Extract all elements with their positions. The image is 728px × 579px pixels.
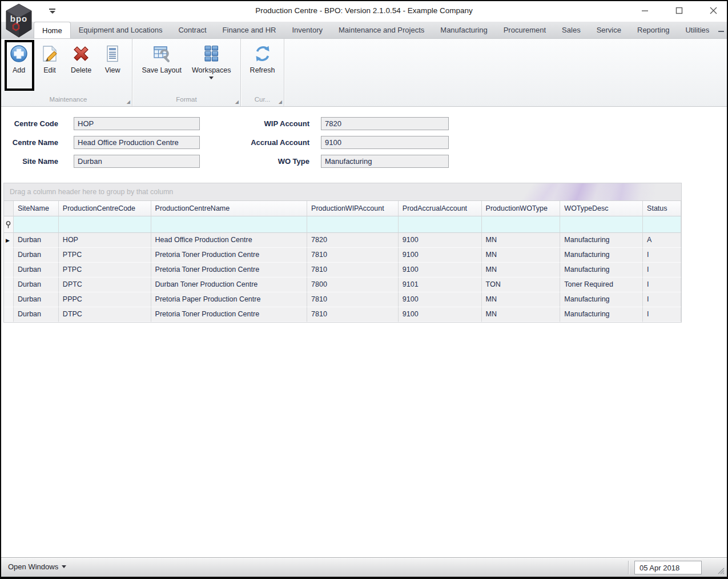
tab-reporting[interactable]: Reporting: [629, 22, 677, 38]
grid-cell-productioncentrename[interactable]: Durban Toner Production Centre: [151, 278, 308, 292]
edit-button[interactable]: Edit: [37, 43, 63, 75]
grid-cell-status[interactable]: I: [643, 263, 681, 278]
filter-cell-sitename[interactable]: [14, 216, 59, 233]
grid-cell-productioncentrename[interactable]: Head Office Production Centre: [151, 233, 308, 248]
grid-cell-productioncentrecode[interactable]: PTPC: [59, 263, 151, 278]
date-field[interactable]: [635, 561, 728, 574]
table-row[interactable]: DurbanPPPCPretoria Paper Production Cent…: [4, 292, 681, 307]
dialog-launcher-icon[interactable]: ◢: [235, 100, 239, 104]
grid-cell-prodaccrualaccount[interactable]: 9100: [399, 307, 482, 322]
grid-cell-productionwipaccount[interactable]: 7810: [307, 307, 399, 322]
filter-cell-productionwipaccount[interactable]: [307, 216, 399, 233]
tab-procurement[interactable]: Procurement: [496, 22, 554, 38]
grid-cell-productioncentrecode[interactable]: DPTC: [59, 278, 151, 292]
grid-cell-sitename[interactable]: Durban: [14, 307, 59, 322]
centre-code-field[interactable]: [74, 117, 200, 130]
grid-cell-prodaccrualaccount[interactable]: 9101: [399, 278, 482, 292]
grid-cell-prodaccrualaccount[interactable]: 9100: [399, 263, 482, 278]
grid-cell-sitename[interactable]: Durban: [14, 248, 59, 263]
grid-cell-wotypedesc[interactable]: Manufacturing: [560, 248, 643, 263]
table-row[interactable]: DurbanDPTCDurban Toner Production Centre…: [4, 278, 681, 292]
tab-equipment-and-locations[interactable]: Equipment and Locations: [71, 22, 171, 38]
minimize-button[interactable]: [640, 6, 649, 15]
column-header-wotypedesc[interactable]: WOTypeDesc: [560, 201, 643, 216]
refresh-button[interactable]: Refresh: [247, 43, 279, 75]
column-header-productioncentrename[interactable]: ProductionCentreName: [151, 201, 308, 216]
grid-cell-productionwipaccount[interactable]: 7810: [307, 292, 399, 307]
grid-cell-productioncentrecode[interactable]: HOP: [59, 233, 151, 248]
grid-cell-productioncentrename[interactable]: Pretoria Toner Production Centre: [151, 307, 308, 322]
column-header-productionwipaccount[interactable]: ProductionWIPAccount: [307, 201, 399, 216]
grid-cell-sitename[interactable]: Durban: [14, 278, 59, 292]
grid-cell-prodaccrualaccount[interactable]: 9100: [399, 233, 482, 248]
grid-cell-productionwipaccount[interactable]: 7810: [307, 263, 399, 278]
grid-cell-productioncentrename[interactable]: Pretoria Toner Production Centre: [151, 263, 308, 278]
grid-cell-sitename[interactable]: Durban: [14, 263, 59, 278]
grid-cell-productioncentrecode[interactable]: PTPC: [59, 248, 151, 263]
dialog-launcher-icon[interactable]: ◢: [279, 100, 282, 104]
grid-cell-productionwipaccount[interactable]: 7820: [307, 233, 399, 248]
tab-service[interactable]: Service: [589, 22, 629, 38]
grid-cell-productionwipaccount[interactable]: 7800: [307, 278, 399, 292]
filter-cell-productionwotype[interactable]: [482, 216, 561, 233]
table-row[interactable]: DurbanPTPCPretoria Toner Production Cent…: [4, 263, 681, 278]
close-button[interactable]: [709, 6, 718, 15]
add-button[interactable]: Add: [6, 43, 32, 75]
tab-inventory[interactable]: Inventory: [284, 22, 331, 38]
column-header-sitename[interactable]: SiteName: [14, 201, 59, 216]
grid-cell-productionwotype[interactable]: TON: [482, 278, 561, 292]
tab-contract[interactable]: Contract: [170, 22, 214, 38]
grid-cell-status[interactable]: I: [643, 307, 681, 322]
grid-cell-productioncentrecode[interactable]: DTPC: [59, 307, 151, 322]
group-by-panel[interactable]: Drag a column header here to group by th…: [3, 183, 682, 201]
grid-cell-wotypedesc[interactable]: Manufacturing: [560, 292, 643, 307]
wip-account-field[interactable]: [321, 117, 449, 130]
column-header-status[interactable]: Status: [643, 201, 681, 216]
grid-cell-productionwotype[interactable]: MN: [482, 233, 561, 248]
column-header-productionwotype[interactable]: ProductionWOType: [482, 201, 561, 216]
grid-cell-wotypedesc[interactable]: Toner Required: [560, 278, 643, 292]
filter-cell-prodaccrualaccount[interactable]: [399, 216, 482, 233]
wo-type-field[interactable]: [321, 155, 449, 168]
maximize-button[interactable]: [674, 6, 683, 15]
grid-cell-prodaccrualaccount[interactable]: 9100: [399, 248, 482, 263]
resize-grip-icon[interactable]: [717, 566, 725, 574]
table-row[interactable]: DurbanDTPCPretoria Toner Production Cent…: [4, 307, 681, 322]
dialog-launcher-icon[interactable]: ◢: [127, 100, 130, 104]
grid-cell-productioncentrename[interactable]: Pretoria Paper Production Centre: [151, 292, 308, 307]
grid-cell-wotypedesc[interactable]: Manufacturing: [560, 263, 643, 278]
save-layout-button[interactable]: Save Layout: [138, 43, 185, 75]
grid-cell-status[interactable]: A: [643, 233, 681, 248]
tab-maintenance-and-projects[interactable]: Maintenance and Projects: [331, 22, 432, 38]
delete-button[interactable]: Delete: [67, 43, 95, 75]
grid-cell-status[interactable]: I: [643, 278, 681, 292]
accrual-account-field[interactable]: [321, 136, 449, 149]
grid-cell-productionwotype[interactable]: MN: [482, 307, 561, 322]
open-windows-button[interactable]: Open Windows: [8, 562, 66, 571]
grid-cell-wotypedesc[interactable]: Manufacturing: [560, 307, 643, 322]
grid-cell-sitename[interactable]: Durban: [14, 233, 59, 248]
grid-cell-productionwotype[interactable]: MN: [482, 248, 561, 263]
table-row[interactable]: ▶DurbanHOPHead Office Production Centre7…: [4, 233, 681, 248]
column-header-productioncentrecode[interactable]: ProductionCentreCode: [59, 201, 151, 216]
table-row[interactable]: DurbanPTPCPretoria Toner Production Cent…: [4, 248, 681, 263]
centre-name-field[interactable]: [74, 136, 200, 149]
grid-cell-status[interactable]: I: [643, 248, 681, 263]
site-name-field[interactable]: [74, 155, 200, 168]
mdi-minimize-button[interactable]: [717, 26, 725, 34]
grid-cell-productioncentrename[interactable]: Pretoria Toner Production Centre: [151, 248, 308, 263]
tab-finance-and-hr[interactable]: Finance and HR: [215, 22, 284, 38]
grid-cell-wotypedesc[interactable]: Manufacturing: [560, 233, 643, 248]
tab-sales[interactable]: Sales: [554, 22, 589, 38]
filter-cell-productioncentrecode[interactable]: [59, 216, 151, 233]
grid-cell-status[interactable]: I: [643, 292, 681, 307]
grid-cell-prodaccrualaccount[interactable]: 9100: [399, 292, 482, 307]
view-button[interactable]: View: [99, 43, 126, 75]
tab-home[interactable]: Home: [34, 22, 71, 38]
tab-utilities[interactable]: Utilities: [677, 22, 717, 38]
filter-cell-wotypedesc[interactable]: [560, 216, 643, 233]
column-header-prodaccrualaccount[interactable]: ProdAccrualAccount: [399, 201, 482, 216]
filter-cell-status[interactable]: [643, 216, 681, 233]
filter-cell-productioncentrename[interactable]: [151, 216, 308, 233]
grid-cell-sitename[interactable]: Durban: [14, 292, 59, 307]
